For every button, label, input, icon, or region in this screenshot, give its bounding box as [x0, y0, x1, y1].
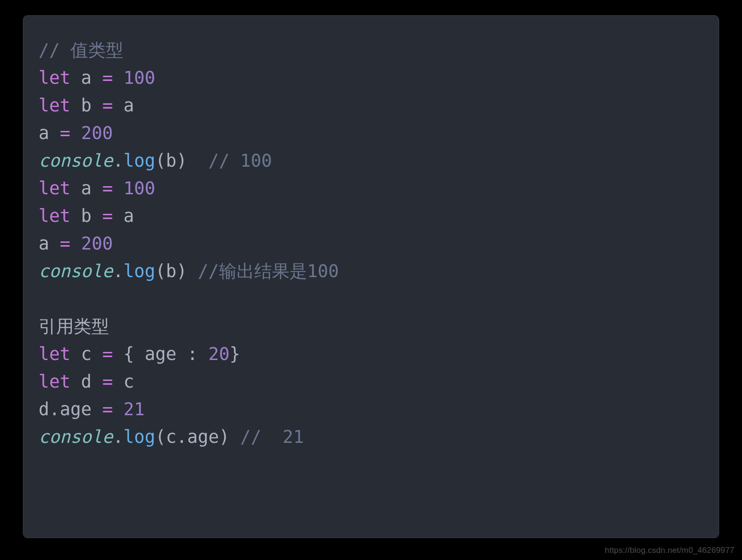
code-keyword: let	[39, 371, 70, 392]
code-var: a	[123, 95, 134, 116]
code-punct: )	[177, 261, 198, 281]
code-method: log	[123, 427, 155, 447]
code-number: 21	[123, 399, 145, 420]
code-punct: :	[187, 344, 209, 364]
code-var: a	[39, 233, 60, 254]
code-block: // 值类型 let a = 100 let b = a a = 200 con…	[39, 37, 703, 451]
code-card: // 值类型 let a = 100 let b = a a = 200 con…	[23, 15, 719, 538]
code-number: 20	[208, 344, 230, 364]
code-operator: =	[60, 123, 81, 143]
code-operator: =	[102, 68, 124, 88]
code-punct: )	[177, 150, 209, 171]
code-keyword: let	[39, 68, 70, 88]
code-arg: b	[166, 150, 176, 171]
code-arg: c	[166, 427, 176, 447]
code-number: 200	[81, 233, 113, 254]
code-var: b	[70, 206, 102, 226]
code-console: console	[39, 150, 113, 171]
code-method: log	[123, 261, 155, 281]
code-var: c	[123, 371, 134, 392]
code-keyword: let	[39, 95, 70, 116]
code-var: a	[70, 178, 102, 199]
code-arg: b	[166, 261, 176, 281]
code-comment: // 100	[208, 150, 272, 171]
code-var: d	[39, 399, 49, 420]
code-operator: =	[102, 178, 124, 199]
code-console: console	[39, 261, 113, 281]
code-operator: =	[102, 206, 124, 226]
code-punct: (	[155, 427, 166, 447]
code-comment: // 值类型	[39, 40, 123, 60]
code-operator: =	[102, 399, 124, 420]
code-operator: =	[102, 344, 124, 364]
code-number: 100	[123, 68, 155, 88]
code-punct: .	[113, 261, 123, 281]
code-number: 100	[123, 178, 155, 199]
code-punct: .	[177, 427, 187, 447]
code-var: c	[70, 344, 102, 364]
code-operator: =	[60, 233, 81, 254]
code-var: d	[70, 371, 102, 392]
code-comment: //输出结果是100	[198, 261, 339, 281]
code-keyword: let	[39, 178, 70, 199]
code-punct: .	[113, 150, 123, 171]
watermark: https://blog.csdn.net/m0_46269977	[605, 546, 734, 555]
code-var: a	[70, 68, 102, 88]
code-prop: age	[60, 399, 102, 420]
code-operator: =	[102, 95, 124, 116]
code-method: log	[123, 150, 155, 171]
code-operator: =	[102, 371, 124, 392]
code-prop: age	[187, 427, 219, 447]
code-punct: {	[123, 344, 145, 364]
code-keyword: let	[39, 206, 70, 226]
code-punct: .	[49, 399, 60, 420]
code-punct: .	[113, 427, 123, 447]
code-key: age	[145, 344, 187, 364]
code-text: 引用类型	[39, 316, 109, 337]
code-var: b	[70, 95, 102, 116]
code-var: a	[123, 206, 134, 226]
code-console: console	[39, 427, 113, 447]
code-punct: }	[230, 344, 240, 364]
code-number: 200	[81, 123, 113, 143]
code-punct: (	[155, 261, 166, 281]
code-punct: )	[219, 427, 241, 447]
code-comment: // 21	[240, 427, 304, 447]
code-punct: (	[155, 150, 166, 171]
code-keyword: let	[39, 344, 70, 364]
code-var: a	[39, 123, 60, 143]
